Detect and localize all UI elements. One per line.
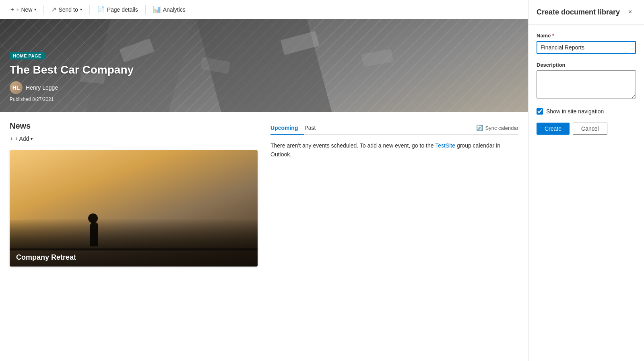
chevron-down-icon: ▾ [34, 7, 36, 12]
news-heading: News [10, 121, 258, 131]
description-field: Description [537, 62, 636, 100]
send-to-label: Send to [58, 6, 78, 13]
testsite-link[interactable]: TestSite [435, 142, 455, 149]
tab-past[interactable]: Past [304, 121, 322, 134]
analytics-label: Analytics [163, 6, 186, 13]
create-button[interactable]: Create [537, 123, 570, 135]
events-section: Upcoming Past 🔄 Sync calendar There aren… [270, 121, 518, 267]
new-button[interactable]: + + New ▾ [6, 4, 40, 15]
page-icon: 📄 [97, 6, 105, 13]
hero-section: HOME PAGE The Best Car Company HL Henry … [0, 19, 528, 112]
news-card-title: Company Retreat [16, 253, 76, 261]
show-nav-row: Show in site navigation [537, 108, 636, 115]
sync-icon: 🔄 [476, 125, 483, 131]
empty-msg-before: There aren't any events scheduled. To ad… [270, 142, 435, 149]
panel-body: Name * Description Show in site navigati… [528, 25, 644, 361]
name-input[interactable] [537, 41, 636, 54]
panel-close-button[interactable]: × [625, 6, 636, 18]
sync-label: Sync calendar [485, 125, 518, 131]
side-panel: Create document library × Name * Descrip… [528, 0, 644, 361]
author-name: Henry Legge [26, 84, 58, 91]
main-content: + + New ▾ ↗ Send to ▾ 📄 Page details 📊 A… [0, 0, 528, 361]
analytics-icon: 📊 [153, 6, 161, 13]
news-card[interactable]: Company Retreat [10, 150, 258, 267]
separator-3 [145, 5, 146, 14]
past-label: Past [304, 125, 316, 131]
hero-title: The Best Car Company [10, 64, 134, 76]
hero-content: HOME PAGE The Best Car Company HL Henry … [10, 52, 134, 102]
hero-author: HL Henry Legge [10, 81, 134, 94]
news-card-overlay: Company Retreat [10, 248, 258, 267]
toolbar: + + New ▾ ↗ Send to ▾ 📄 Page details 📊 A… [0, 0, 528, 19]
events-empty: There aren't any events scheduled. To ad… [270, 141, 518, 159]
show-nav-checkbox[interactable] [537, 108, 543, 115]
send-icon: ↗ [51, 6, 56, 13]
panel-actions: Create Cancel [537, 123, 636, 135]
page-details-label: Page details [107, 6, 138, 13]
name-label: Name * [537, 33, 636, 39]
upcoming-label: Upcoming [270, 125, 298, 131]
plus-icon: + [10, 6, 14, 13]
new-label: + New [16, 6, 32, 13]
hero-badge: HOME PAGE [10, 52, 45, 59]
content-grid: News + + Add ▾ Compa [10, 121, 518, 267]
avatar: HL [10, 81, 23, 94]
page-details-button[interactable]: 📄 Page details [93, 4, 142, 15]
name-field: Name * [537, 33, 636, 54]
chevron-down-news: ▾ [31, 137, 33, 141]
description-input[interactable] [537, 70, 636, 98]
panel-header: Create document library × [528, 0, 644, 25]
separator-1 [43, 5, 44, 14]
plus-icon-news: + [10, 135, 13, 142]
panel-title: Create document library [537, 8, 620, 16]
news-section: News + + Add ▾ Compa [10, 121, 258, 267]
separator-2 [89, 5, 90, 14]
hero-published: Published 8/27/2021 [10, 96, 134, 102]
show-nav-label[interactable]: Show in site navigation [546, 108, 604, 115]
description-label: Description [537, 62, 636, 68]
events-actions: 🔄 Sync calendar [476, 125, 518, 131]
tab-upcoming[interactable]: Upcoming [270, 121, 304, 134]
page-body: News + + Add ▾ Compa [0, 112, 528, 361]
close-icon: × [628, 8, 632, 16]
chevron-down-icon-2: ▾ [80, 7, 82, 12]
add-label: + Add [14, 135, 29, 142]
news-add-button[interactable]: + + Add ▾ [10, 134, 33, 144]
analytics-button[interactable]: 📊 Analytics [149, 4, 190, 15]
send-to-button[interactable]: ↗ Send to ▾ [47, 4, 86, 15]
events-tabs: Upcoming Past 🔄 Sync calendar [270, 121, 518, 135]
cancel-button[interactable]: Cancel [573, 123, 607, 135]
